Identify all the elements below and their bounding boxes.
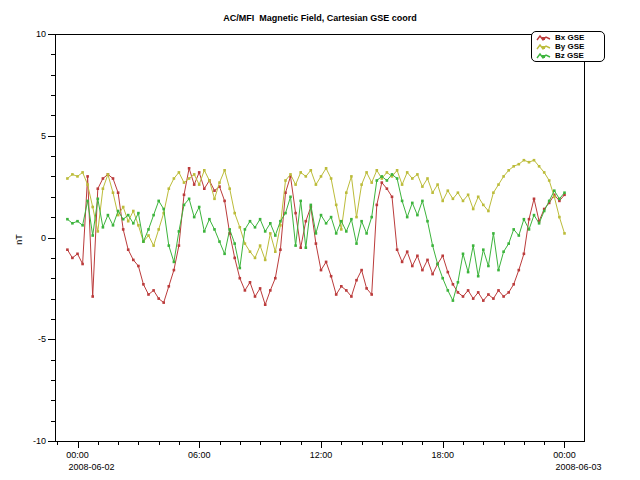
legend-item-by: By GSE xyxy=(532,42,604,51)
plot-svg: 1050-5-10nT00:0006:0012:0018:0000:002008… xyxy=(0,0,640,480)
bx-line-swatch-icon xyxy=(536,34,552,42)
series-bz-gse xyxy=(66,173,566,302)
x-tick-label: 00:00 xyxy=(66,450,89,460)
legend-label-by: By GSE xyxy=(555,42,584,51)
x-tick-label: 06:00 xyxy=(188,450,211,460)
bz-line-swatch-icon xyxy=(536,52,552,60)
x-axis-date-right: 2008-06-03 xyxy=(555,462,601,472)
x-axis-date-left: 2008-06-02 xyxy=(68,462,114,472)
y-tick-label: 10 xyxy=(36,29,46,39)
x-tick-label: 00:00 xyxy=(553,450,576,460)
series-bx-gse xyxy=(66,167,566,306)
by-line-swatch-icon xyxy=(536,43,552,51)
y-tick-label: -10 xyxy=(33,436,46,446)
legend-item-bx: Bx GSE xyxy=(532,33,604,42)
legend: Bx GSE By GSE Bz GSE xyxy=(531,31,605,62)
legend-item-bz: Bz GSE xyxy=(532,51,604,60)
plot-frame xyxy=(56,35,585,442)
legend-label-bx: Bx GSE xyxy=(555,33,584,42)
chart-title: AC/MFI Magnetic Field, Cartesian GSE coo… xyxy=(0,13,640,23)
axis-tick-labels: 1050-5-10nT00:0006:0012:0018:0000:002008… xyxy=(14,29,601,472)
x-tick-label: 18:00 xyxy=(431,450,454,460)
y-tick-label: 5 xyxy=(41,131,46,141)
y-tick-label: 0 xyxy=(41,233,46,243)
figure-canvas: 1050-5-10nT00:0006:0012:0018:0000:002008… xyxy=(0,0,640,480)
x-tick-label: 12:00 xyxy=(310,450,333,460)
legend-label-bz: Bz GSE xyxy=(555,51,584,60)
y-tick-label: -5 xyxy=(38,334,46,344)
y-axis-label: nT xyxy=(14,234,24,245)
